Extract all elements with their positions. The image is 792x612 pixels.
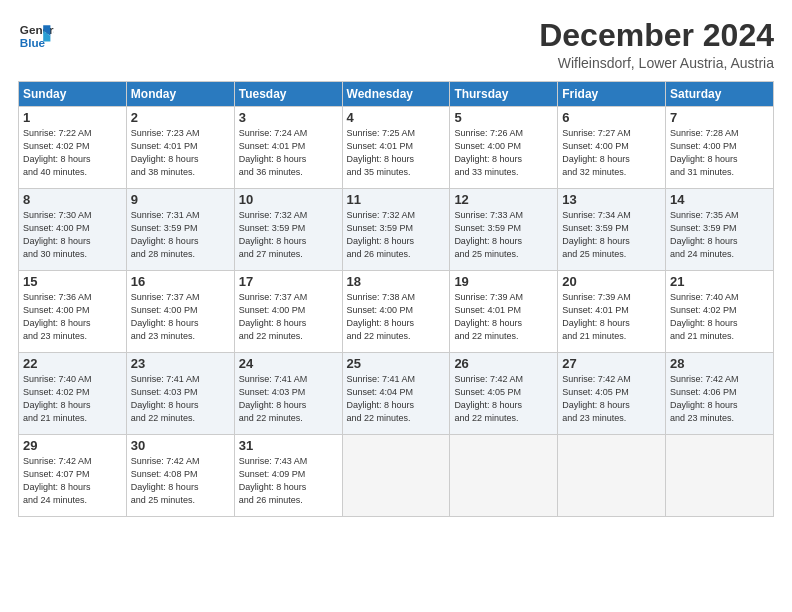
table-row: 18Sunrise: 7:38 AM Sunset: 4:00 PM Dayli… [342, 271, 450, 353]
svg-text:Blue: Blue [20, 36, 46, 49]
table-row: 14Sunrise: 7:35 AM Sunset: 3:59 PM Dayli… [666, 189, 774, 271]
day-info: Sunrise: 7:37 AM Sunset: 4:00 PM Dayligh… [131, 291, 230, 343]
table-row: 9Sunrise: 7:31 AM Sunset: 3:59 PM Daylig… [126, 189, 234, 271]
col-wednesday: Wednesday [342, 82, 450, 107]
day-info: Sunrise: 7:27 AM Sunset: 4:00 PM Dayligh… [562, 127, 661, 179]
table-row: 4Sunrise: 7:25 AM Sunset: 4:01 PM Daylig… [342, 107, 450, 189]
day-info: Sunrise: 7:32 AM Sunset: 3:59 PM Dayligh… [347, 209, 446, 261]
day-number: 30 [131, 438, 230, 453]
table-row: 15Sunrise: 7:36 AM Sunset: 4:00 PM Dayli… [19, 271, 127, 353]
day-number: 25 [347, 356, 446, 371]
table-row: 11Sunrise: 7:32 AM Sunset: 3:59 PM Dayli… [342, 189, 450, 271]
table-row: 19Sunrise: 7:39 AM Sunset: 4:01 PM Dayli… [450, 271, 558, 353]
day-info: Sunrise: 7:41 AM Sunset: 4:03 PM Dayligh… [131, 373, 230, 425]
day-number: 28 [670, 356, 769, 371]
table-row: 21Sunrise: 7:40 AM Sunset: 4:02 PM Dayli… [666, 271, 774, 353]
table-row: 23Sunrise: 7:41 AM Sunset: 4:03 PM Dayli… [126, 353, 234, 435]
day-number: 18 [347, 274, 446, 289]
day-info: Sunrise: 7:25 AM Sunset: 4:01 PM Dayligh… [347, 127, 446, 179]
month-title: December 2024 [539, 18, 774, 53]
calendar-page: General Blue December 2024 Wifleinsdorf,… [0, 0, 792, 612]
day-number: 19 [454, 274, 553, 289]
day-info: Sunrise: 7:33 AM Sunset: 3:59 PM Dayligh… [454, 209, 553, 261]
day-number: 13 [562, 192, 661, 207]
day-info: Sunrise: 7:40 AM Sunset: 4:02 PM Dayligh… [23, 373, 122, 425]
header-row: Sunday Monday Tuesday Wednesday Thursday… [19, 82, 774, 107]
table-row: 26Sunrise: 7:42 AM Sunset: 4:05 PM Dayli… [450, 353, 558, 435]
table-row: 2Sunrise: 7:23 AM Sunset: 4:01 PM Daylig… [126, 107, 234, 189]
day-info: Sunrise: 7:39 AM Sunset: 4:01 PM Dayligh… [454, 291, 553, 343]
day-number: 2 [131, 110, 230, 125]
col-thursday: Thursday [450, 82, 558, 107]
table-row: 6Sunrise: 7:27 AM Sunset: 4:00 PM Daylig… [558, 107, 666, 189]
table-row: 10Sunrise: 7:32 AM Sunset: 3:59 PM Dayli… [234, 189, 342, 271]
table-row [666, 435, 774, 517]
col-tuesday: Tuesday [234, 82, 342, 107]
day-info: Sunrise: 7:42 AM Sunset: 4:07 PM Dayligh… [23, 455, 122, 507]
col-friday: Friday [558, 82, 666, 107]
logo: General Blue [18, 18, 54, 54]
day-number: 21 [670, 274, 769, 289]
day-info: Sunrise: 7:39 AM Sunset: 4:01 PM Dayligh… [562, 291, 661, 343]
logo-icon: General Blue [18, 18, 54, 54]
table-row: 7Sunrise: 7:28 AM Sunset: 4:00 PM Daylig… [666, 107, 774, 189]
day-info: Sunrise: 7:24 AM Sunset: 4:01 PM Dayligh… [239, 127, 338, 179]
col-sunday: Sunday [19, 82, 127, 107]
day-number: 3 [239, 110, 338, 125]
day-number: 10 [239, 192, 338, 207]
table-row: 24Sunrise: 7:41 AM Sunset: 4:03 PM Dayli… [234, 353, 342, 435]
day-info: Sunrise: 7:43 AM Sunset: 4:09 PM Dayligh… [239, 455, 338, 507]
calendar-table: Sunday Monday Tuesday Wednesday Thursday… [18, 81, 774, 517]
day-number: 7 [670, 110, 769, 125]
day-number: 16 [131, 274, 230, 289]
table-row: 25Sunrise: 7:41 AM Sunset: 4:04 PM Dayli… [342, 353, 450, 435]
table-row: 20Sunrise: 7:39 AM Sunset: 4:01 PM Dayli… [558, 271, 666, 353]
day-number: 31 [239, 438, 338, 453]
day-number: 23 [131, 356, 230, 371]
day-number: 8 [23, 192, 122, 207]
table-row: 29Sunrise: 7:42 AM Sunset: 4:07 PM Dayli… [19, 435, 127, 517]
day-number: 1 [23, 110, 122, 125]
table-row: 12Sunrise: 7:33 AM Sunset: 3:59 PM Dayli… [450, 189, 558, 271]
day-info: Sunrise: 7:42 AM Sunset: 4:05 PM Dayligh… [454, 373, 553, 425]
table-row: 8Sunrise: 7:30 AM Sunset: 4:00 PM Daylig… [19, 189, 127, 271]
table-row: 30Sunrise: 7:42 AM Sunset: 4:08 PM Dayli… [126, 435, 234, 517]
col-saturday: Saturday [666, 82, 774, 107]
day-info: Sunrise: 7:22 AM Sunset: 4:02 PM Dayligh… [23, 127, 122, 179]
day-info: Sunrise: 7:42 AM Sunset: 4:08 PM Dayligh… [131, 455, 230, 507]
day-info: Sunrise: 7:30 AM Sunset: 4:00 PM Dayligh… [23, 209, 122, 261]
day-info: Sunrise: 7:41 AM Sunset: 4:04 PM Dayligh… [347, 373, 446, 425]
day-number: 24 [239, 356, 338, 371]
location: Wifleinsdorf, Lower Austria, Austria [539, 55, 774, 71]
table-row [558, 435, 666, 517]
day-number: 5 [454, 110, 553, 125]
table-row: 17Sunrise: 7:37 AM Sunset: 4:00 PM Dayli… [234, 271, 342, 353]
day-info: Sunrise: 7:31 AM Sunset: 3:59 PM Dayligh… [131, 209, 230, 261]
day-number: 12 [454, 192, 553, 207]
day-info: Sunrise: 7:41 AM Sunset: 4:03 PM Dayligh… [239, 373, 338, 425]
day-info: Sunrise: 7:35 AM Sunset: 3:59 PM Dayligh… [670, 209, 769, 261]
day-number: 6 [562, 110, 661, 125]
day-info: Sunrise: 7:40 AM Sunset: 4:02 PM Dayligh… [670, 291, 769, 343]
day-info: Sunrise: 7:37 AM Sunset: 4:00 PM Dayligh… [239, 291, 338, 343]
day-number: 4 [347, 110, 446, 125]
table-row: 27Sunrise: 7:42 AM Sunset: 4:05 PM Dayli… [558, 353, 666, 435]
day-number: 9 [131, 192, 230, 207]
day-number: 20 [562, 274, 661, 289]
day-info: Sunrise: 7:42 AM Sunset: 4:05 PM Dayligh… [562, 373, 661, 425]
title-block: December 2024 Wifleinsdorf, Lower Austri… [539, 18, 774, 71]
day-info: Sunrise: 7:42 AM Sunset: 4:06 PM Dayligh… [670, 373, 769, 425]
header: General Blue December 2024 Wifleinsdorf,… [18, 18, 774, 71]
day-info: Sunrise: 7:36 AM Sunset: 4:00 PM Dayligh… [23, 291, 122, 343]
day-info: Sunrise: 7:38 AM Sunset: 4:00 PM Dayligh… [347, 291, 446, 343]
day-number: 15 [23, 274, 122, 289]
table-row: 31Sunrise: 7:43 AM Sunset: 4:09 PM Dayli… [234, 435, 342, 517]
day-number: 22 [23, 356, 122, 371]
day-info: Sunrise: 7:32 AM Sunset: 3:59 PM Dayligh… [239, 209, 338, 261]
table-row: 16Sunrise: 7:37 AM Sunset: 4:00 PM Dayli… [126, 271, 234, 353]
day-number: 27 [562, 356, 661, 371]
day-number: 17 [239, 274, 338, 289]
day-number: 14 [670, 192, 769, 207]
day-number: 26 [454, 356, 553, 371]
table-row: 1Sunrise: 7:22 AM Sunset: 4:02 PM Daylig… [19, 107, 127, 189]
